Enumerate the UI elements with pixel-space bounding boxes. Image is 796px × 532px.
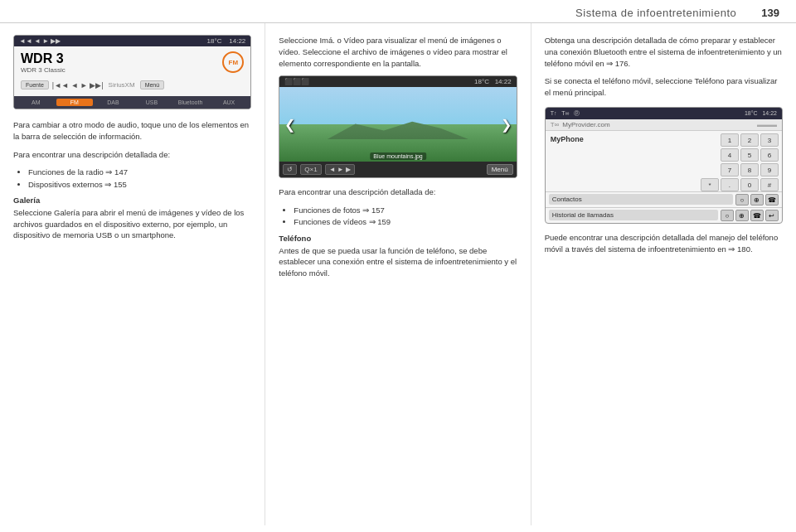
radio-controls-icon: ◄◄ ◄ ► ▶▶ bbox=[19, 37, 61, 45]
phone-signal-icons: T↑ T∞ ⓟ bbox=[551, 109, 580, 118]
key-dot[interactable]: . bbox=[721, 178, 739, 191]
contacts-icon-1[interactable]: ○ bbox=[735, 194, 749, 206]
galeria-text: Seleccione Galería para abrir el menú de… bbox=[13, 207, 251, 241]
key-8[interactable]: 8 bbox=[740, 163, 759, 177]
key-6[interactable]: 6 bbox=[760, 148, 779, 162]
gallery-temp: 18°C bbox=[474, 78, 489, 85]
history-label[interactable]: Historial de llamadas bbox=[549, 210, 718, 220]
history-call-icon[interactable]: ☎ bbox=[750, 210, 764, 221]
key-7[interactable]: 7 bbox=[721, 163, 739, 177]
key-5[interactable]: 5 bbox=[740, 148, 759, 162]
menu-button[interactable]: Menú bbox=[140, 80, 165, 89]
gallery-playback-btn[interactable]: ◄ ► ▶ bbox=[325, 164, 355, 175]
source-am[interactable]: AM bbox=[17, 99, 55, 106]
provider-url: MyProvider.com bbox=[562, 121, 609, 128]
galeria-heading: Galería bbox=[13, 196, 251, 205]
col2-intro-text: Seleccione Imá. o Vídeo para visualizar … bbox=[279, 35, 517, 69]
phone-provider: T∞ MyProvider.com ▬▬▬ bbox=[546, 119, 782, 131]
gallery-top-bar: ⬛⬛⬛ 18°C 14:22 bbox=[279, 76, 516, 87]
phone-name-area: MyPhone bbox=[549, 133, 697, 191]
gallery-rotate-btn[interactable]: ↺ bbox=[283, 164, 297, 175]
gallery-filename: Blue mountains.jpg bbox=[370, 152, 426, 160]
phone-keypad: 1 2 3 4 5 6 7 8 9 * bbox=[701, 133, 779, 191]
page-header: Sistema de infoentretenimiento 139 bbox=[0, 0, 796, 23]
bullet-radio-functions: Funciones de la radio ⇒ 147 bbox=[28, 167, 251, 178]
provider-prefix: T∞ bbox=[551, 121, 560, 128]
column-2: Seleccione Imá. o Vídeo para visualizar … bbox=[265, 23, 531, 525]
gallery-prev-arrow[interactable]: ❮ bbox=[284, 117, 295, 133]
column-3: Obtenga una descripción detallada de cóm… bbox=[531, 23, 796, 525]
col1-para1: Para cambiar a otro modo de audio, toque… bbox=[13, 119, 251, 143]
history-row: Historial de llamadas ○ ⊕ ☎ ↩ bbox=[546, 207, 782, 223]
contacts-call-icon[interactable]: ☎ bbox=[765, 194, 779, 206]
phone-top-bar: T↑ T∞ ⓟ 18°C 14:22 bbox=[546, 108, 782, 119]
bullet-external-devices: Dispositivos externos ⇒ 155 bbox=[28, 179, 251, 191]
contacts-icon-2[interactable]: ⊕ bbox=[750, 194, 764, 206]
radio-skip-icons: |◄◄ ◄ ► ▶▶| bbox=[52, 81, 104, 89]
bullet-photo-functions: Funciones de fotos ⇒ 157 bbox=[294, 205, 517, 216]
phone-temp: 18°C bbox=[745, 110, 758, 116]
history-icon-2[interactable]: ⊕ bbox=[735, 210, 749, 221]
gallery-icons: ⬛⬛⬛ bbox=[284, 78, 309, 85]
radio-fm-logo: FM bbox=[222, 51, 244, 73]
history-icon-1[interactable]: ○ bbox=[721, 210, 734, 221]
history-icons: ○ ⊕ ☎ ↩ bbox=[721, 210, 779, 221]
contacts-icons: ○ ⊕ ☎ bbox=[735, 194, 779, 206]
sirius-icon: SiriusXM bbox=[109, 81, 135, 89]
gallery-time: 14:22 bbox=[495, 78, 512, 85]
telefono-text: Antes de que se pueda usar la función de… bbox=[279, 245, 517, 279]
key-9[interactable]: 9 bbox=[760, 163, 779, 177]
radio-screen: ◄◄ ◄ ► ▶▶ 18°C 14:22 WDR 3 WDR 3 Classic… bbox=[13, 35, 251, 109]
phone-screen: T↑ T∞ ⓟ 18°C 14:22 T∞ MyProvider.com ▬▬▬… bbox=[545, 107, 783, 224]
key-hash[interactable]: # bbox=[760, 178, 779, 191]
radio-station-sub: WDR 3 Classic bbox=[21, 66, 66, 74]
fuente-button[interactable]: Fuente bbox=[21, 80, 49, 89]
col1-para2: Para encontrar una descripción detallada… bbox=[13, 149, 251, 161]
gallery-bottom-bar: ↺ Q×1 ◄ ► ▶ Menú bbox=[279, 162, 516, 177]
col2-para2: Para encontrar una descripción detallada… bbox=[279, 186, 517, 198]
page-number: 139 bbox=[761, 7, 779, 19]
gallery-image-area: ❮ ❯ Blue mountains.jpg bbox=[279, 87, 516, 162]
col3-intro-text: Obtenga una descripción detallada de cóm… bbox=[545, 35, 783, 69]
gallery-next-arrow[interactable]: ❯ bbox=[501, 117, 512, 133]
gallery-screen: ⬛⬛⬛ 18°C 14:22 ❮ ❯ Blue mountains.jpg ↺ bbox=[279, 75, 517, 178]
contacts-row: Contactos ○ ⊕ ☎ bbox=[546, 191, 782, 207]
col3-intro-text2: Si se conecta el teléfono móvil, selecci… bbox=[545, 75, 783, 99]
content-area: ◄◄ ◄ ► ▶▶ 18°C 14:22 WDR 3 WDR 3 Classic… bbox=[0, 23, 796, 525]
history-back-icon[interactable]: ↩ bbox=[765, 210, 779, 221]
key-star[interactable]: * bbox=[701, 178, 719, 191]
key-1[interactable]: 1 bbox=[721, 133, 739, 147]
gallery-zoom-btn[interactable]: Q×1 bbox=[300, 164, 321, 175]
source-fm[interactable]: FM bbox=[56, 99, 94, 106]
col1-bullets: Funciones de la radio ⇒ 147 Dispositivos… bbox=[22, 167, 251, 191]
radio-controls: Fuente |◄◄ ◄ ► ▶▶| SiriusXM Menú bbox=[21, 80, 244, 89]
phone-name: MyPhone bbox=[549, 133, 697, 145]
source-bluetooth[interactable]: Bluetooth bbox=[172, 99, 209, 106]
key-3[interactable]: 3 bbox=[760, 133, 779, 147]
col3-footer-text: Puede encontrar una descripción detallad… bbox=[545, 232, 783, 255]
radio-main: WDR 3 WDR 3 Classic FM Fuente |◄◄ ◄ ► ▶▶… bbox=[14, 46, 250, 96]
source-aux[interactable]: AUX bbox=[211, 99, 248, 106]
keypad-row-4: * . 0 # bbox=[701, 178, 779, 191]
radio-station-name: WDR 3 bbox=[21, 51, 66, 66]
page-title: Sistema de infoentretenimiento bbox=[575, 7, 736, 19]
signal-bars: ▬▬▬ bbox=[757, 121, 777, 128]
contacts-label[interactable]: Contactos bbox=[549, 194, 733, 205]
radio-time: 14:22 bbox=[229, 37, 245, 45]
key-0[interactable]: 0 bbox=[740, 178, 759, 191]
col2-bullets: Funciones de fotos ⇒ 157 Funciones de ví… bbox=[287, 205, 517, 229]
keypad-row-1: 1 2 3 bbox=[701, 133, 779, 147]
radio-temp: 18°C bbox=[207, 37, 222, 45]
column-1: ◄◄ ◄ ► ▶▶ 18°C 14:22 WDR 3 WDR 3 Classic… bbox=[0, 23, 265, 525]
key-2[interactable]: 2 bbox=[740, 133, 759, 147]
source-usb[interactable]: USB bbox=[133, 99, 171, 106]
keypad-row-2: 4 5 6 bbox=[701, 148, 779, 162]
gallery-menu-btn[interactable]: Menú bbox=[487, 164, 513, 175]
telefono-heading: Teléfono bbox=[279, 234, 517, 243]
radio-top-bar: ◄◄ ◄ ► ▶▶ 18°C 14:22 bbox=[14, 36, 250, 46]
phone-name-keypad-container: MyPhone 1 2 3 4 5 6 7 8 bbox=[546, 131, 782, 191]
bullet-video-functions: Funciones de vídeos ⇒ 159 bbox=[294, 216, 517, 228]
key-4[interactable]: 4 bbox=[721, 148, 739, 162]
source-dab[interactable]: DAB bbox=[95, 99, 132, 106]
radio-source-bar: AM FM DAB USB Bluetooth AUX bbox=[14, 96, 250, 109]
